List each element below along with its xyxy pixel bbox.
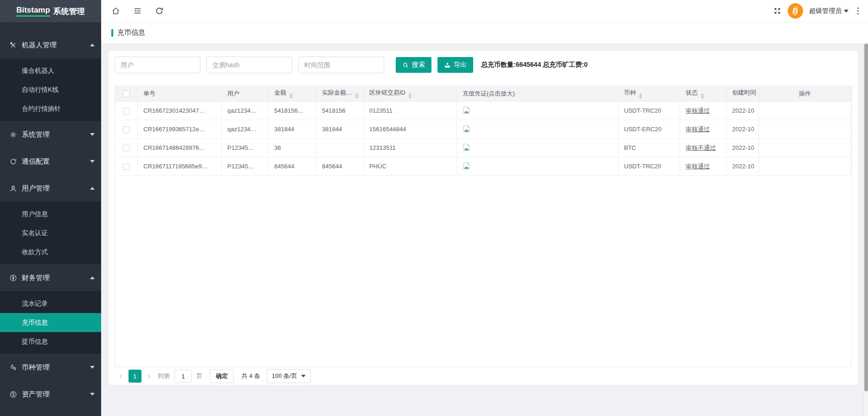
column-label: 币种 bbox=[624, 89, 636, 96]
deposit-table-scroll[interactable]: 单号用户金额实际金额…区块链交易ID充值凭证(点击放大)币种状态创建时间操作 C… bbox=[115, 86, 852, 367]
confirm-page-button[interactable]: 确定 bbox=[210, 369, 234, 383]
sidebar-item-realname-auth[interactable]: 实名认证 bbox=[0, 224, 101, 243]
sidebar-item-deposit-info[interactable]: 充币信息 bbox=[0, 313, 101, 332]
user-menu[interactable]: 超级管理员 bbox=[809, 7, 849, 15]
next-page-button[interactable]: › bbox=[143, 371, 155, 381]
prev-page-button[interactable]: ‹ bbox=[115, 371, 127, 381]
column-label: 创建时间 bbox=[732, 89, 756, 96]
sidebar-item-label: 自动行情K线 bbox=[22, 86, 58, 94]
column-label: 区块链交易ID bbox=[369, 89, 405, 96]
column-header-coin[interactable]: 币种 bbox=[618, 86, 680, 102]
topbar-left bbox=[101, 6, 164, 15]
column-label: 操作 bbox=[799, 90, 811, 97]
bitcoin-avatar-icon[interactable]: B bbox=[788, 3, 803, 19]
page-number-button[interactable]: 1 bbox=[129, 370, 141, 383]
column-header-amount[interactable]: 金额 bbox=[269, 86, 316, 102]
sort-caret-icon[interactable] bbox=[701, 93, 704, 99]
sort-caret-icon[interactable] bbox=[289, 93, 293, 99]
sidebar-item-contract-pin[interactable]: 合约行情插针 bbox=[0, 99, 101, 118]
chevron-down-icon bbox=[301, 375, 306, 378]
filter-bar: 搜索 导出 总充币数量:6645644 总充币旷工费:0 bbox=[115, 57, 852, 73]
sort-caret-icon[interactable] bbox=[639, 93, 643, 99]
page-unit-label: 页 bbox=[196, 372, 202, 380]
fold-menu-icon[interactable] bbox=[133, 6, 142, 15]
expand-arrow-icon bbox=[90, 160, 95, 163]
row-checkbox[interactable] bbox=[123, 108, 130, 115]
status-link[interactable]: 审核通过 bbox=[686, 107, 710, 114]
status-link[interactable]: 审核通过 bbox=[686, 126, 710, 133]
submenu: 撮合机器人 自动行情K线 合约行情插针 bbox=[0, 58, 101, 121]
page-size-select[interactable]: 100 条/页 bbox=[267, 369, 311, 383]
sidebar-group-coin-management[interactable]: 币种管理 bbox=[0, 354, 101, 381]
sidebar-item-payment-method[interactable]: 收款方式 bbox=[0, 243, 101, 262]
column-header-user: 用户 bbox=[222, 86, 269, 102]
deposit-voucher-image[interactable] bbox=[463, 143, 470, 151]
refresh-icon[interactable] bbox=[155, 6, 164, 15]
export-button[interactable]: 导出 bbox=[437, 57, 473, 73]
tx-hash-filter-input[interactable] bbox=[206, 57, 292, 73]
user-filter-input[interactable] bbox=[115, 57, 200, 73]
cell-user: qaz1234… bbox=[222, 120, 269, 139]
table-row: CR16672301423047…qaz1234…5418156…5418156… bbox=[115, 102, 852, 120]
vertical-scrollbar[interactable] bbox=[863, 43, 868, 416]
sidebar-item-label: 撮合机器人 bbox=[22, 67, 54, 75]
column-header-tx_id[interactable]: 区块链交易ID bbox=[364, 86, 457, 102]
sidebar-item-label: 提币信息 bbox=[22, 338, 48, 346]
sidebar-menu: 机器人管理 撮合机器人 自动行情K线 合约行情插针 系统管理 通信配置 用户管理 bbox=[0, 22, 101, 408]
sidebar-item-label: 合约行情插针 bbox=[22, 105, 61, 113]
deposit-voucher-image[interactable] bbox=[463, 125, 470, 133]
column-header-voucher: 充值凭证(点击放大) bbox=[457, 86, 618, 102]
cell-action bbox=[759, 139, 851, 157]
cell-amount: 5418156… bbox=[269, 102, 316, 120]
select-all-checkbox[interactable] bbox=[123, 90, 130, 97]
cell-actual_amount: 5418156 bbox=[316, 102, 364, 120]
sidebar-group-system-management[interactable]: 系统管理 bbox=[0, 121, 101, 148]
status-link[interactable]: 审核不通过 bbox=[686, 144, 716, 151]
sidebar-item-matching-robot[interactable]: 撮合机器人 bbox=[0, 61, 101, 80]
cell-action bbox=[759, 102, 851, 120]
search-button[interactable]: 搜索 bbox=[396, 57, 431, 73]
row-checkbox[interactable] bbox=[123, 163, 130, 170]
search-icon bbox=[402, 62, 409, 69]
home-icon[interactable] bbox=[111, 6, 120, 15]
page-title: 充币信息 bbox=[117, 28, 145, 37]
tools-icon bbox=[9, 41, 17, 49]
sidebar-item-auto-kline[interactable]: 自动行情K线 bbox=[0, 80, 101, 99]
column-header-status[interactable]: 状态 bbox=[680, 86, 727, 102]
goto-page-input[interactable] bbox=[174, 370, 192, 383]
sidebar-group-label: 币种管理 bbox=[22, 363, 90, 372]
sidebar-group-finance-management[interactable]: 财务管理 bbox=[0, 264, 101, 291]
row-checkbox[interactable] bbox=[123, 145, 130, 152]
goto-page-label: 到第 bbox=[158, 372, 170, 380]
sidebar-item-flow-records[interactable]: 流水记录 bbox=[0, 294, 101, 313]
deposit-voucher-image[interactable] bbox=[463, 162, 470, 170]
sidebar-item-withdraw-info[interactable]: 提币信息 bbox=[0, 332, 101, 351]
sidebar-item-label: 实名认证 bbox=[22, 229, 48, 237]
dollar-circle-icon bbox=[9, 390, 17, 398]
cell-coin: USDT-TRC20 bbox=[618, 102, 680, 120]
fullscreen-icon[interactable] bbox=[773, 6, 782, 15]
cell-order_no: CR1667117185685e9… bbox=[138, 157, 222, 176]
sort-caret-icon[interactable] bbox=[355, 93, 359, 99]
column-header-actual_amount[interactable]: 实际金额… bbox=[316, 86, 364, 102]
time-range-filter-input[interactable] bbox=[298, 57, 384, 73]
sidebar-group-user-management[interactable]: 用户管理 bbox=[0, 175, 101, 202]
topbar: B 超级管理员 bbox=[101, 0, 868, 22]
row-checkbox[interactable] bbox=[123, 126, 130, 133]
submenu: 流水记录 充币信息 提币信息 bbox=[0, 291, 101, 354]
cell-actual_amount bbox=[316, 139, 364, 157]
vertical-scrollbar-thumb[interactable] bbox=[864, 44, 868, 391]
user-icon bbox=[9, 185, 17, 192]
yen-circle-icon bbox=[9, 274, 17, 282]
sidebar-group-asset-management[interactable]: 资产管理 bbox=[0, 381, 101, 408]
status-link[interactable]: 审核通过 bbox=[686, 163, 710, 170]
column-label: 状态 bbox=[686, 89, 698, 96]
sidebar-group-robot-management[interactable]: 机器人管理 bbox=[0, 32, 101, 58]
deposit-voucher-image[interactable] bbox=[463, 106, 470, 114]
sidebar-item-user-info[interactable]: 用户信息 bbox=[0, 205, 101, 224]
sort-caret-icon[interactable] bbox=[408, 93, 412, 99]
cell-user: P12345… bbox=[222, 157, 269, 176]
more-menu-icon[interactable] bbox=[855, 6, 862, 16]
cell-order_no: CR1667199365712e… bbox=[138, 120, 222, 139]
sidebar-group-communication-config[interactable]: 通信配置 bbox=[0, 148, 101, 175]
